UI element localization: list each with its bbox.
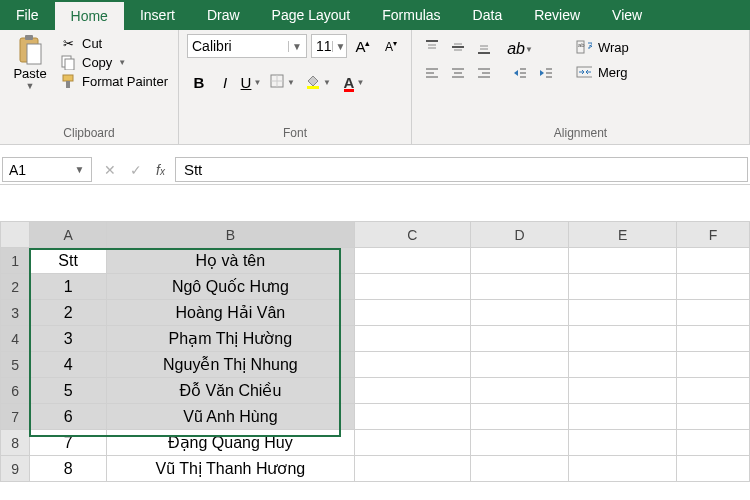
merge-button[interactable]: Merg: [574, 63, 631, 81]
tab-insert[interactable]: Insert: [124, 0, 191, 30]
tab-draw[interactable]: Draw: [191, 0, 256, 30]
tab-view[interactable]: View: [596, 0, 658, 30]
fill-color-button[interactable]: ▼: [301, 70, 335, 94]
cell[interactable]: [354, 274, 471, 300]
cell[interactable]: 5: [30, 378, 107, 404]
col-header-C[interactable]: C: [354, 222, 471, 248]
row-header[interactable]: 5: [1, 352, 30, 378]
cell[interactable]: Vũ Thị Thanh Hương: [107, 456, 355, 482]
cell[interactable]: [568, 248, 676, 274]
font-size-combo[interactable]: 11 ▼: [311, 34, 347, 58]
formula-input[interactable]: Stt: [175, 157, 748, 182]
cell[interactable]: [471, 248, 569, 274]
col-header-B[interactable]: B: [107, 222, 355, 248]
spreadsheet-grid[interactable]: A B C D E F 1SttHọ và tên 21Ngô Quốc Hưn…: [0, 221, 750, 482]
row-header[interactable]: 7: [1, 404, 30, 430]
align-bottom-button[interactable]: [472, 38, 496, 60]
cell[interactable]: [568, 378, 676, 404]
bold-button[interactable]: B: [187, 70, 211, 94]
cell[interactable]: Họ và tên: [107, 248, 355, 274]
tab-home[interactable]: Home: [55, 0, 124, 30]
col-header-A[interactable]: A: [30, 222, 107, 248]
wrap-text-button[interactable]: ab Wrap: [574, 38, 631, 56]
cell[interactable]: [471, 326, 569, 352]
row-header[interactable]: 9: [1, 456, 30, 482]
col-header-D[interactable]: D: [471, 222, 569, 248]
align-center-button[interactable]: [446, 64, 470, 86]
cell[interactable]: Đặng Quang Huy: [107, 430, 355, 456]
cell[interactable]: 3: [30, 326, 107, 352]
cell[interactable]: 4: [30, 352, 107, 378]
font-name-combo[interactable]: Calibri ▼: [187, 34, 307, 58]
name-box[interactable]: A1 ▼: [2, 157, 92, 182]
underline-button[interactable]: U▼: [239, 70, 263, 94]
increase-font-button[interactable]: A▴: [351, 34, 375, 58]
paste-button[interactable]: Paste ▼: [8, 34, 52, 91]
format-painter-button[interactable]: Format Painter: [58, 72, 170, 90]
cell[interactable]: [568, 404, 676, 430]
cell[interactable]: [677, 430, 750, 456]
cell[interactable]: 6: [30, 404, 107, 430]
cell[interactable]: [677, 404, 750, 430]
tab-file[interactable]: File: [0, 0, 55, 30]
orientation-button[interactable]: ab▼: [508, 38, 532, 60]
cell[interactable]: 2: [30, 300, 107, 326]
cell[interactable]: [568, 300, 676, 326]
decrease-indent-button[interactable]: [508, 64, 532, 86]
align-right-button[interactable]: [472, 64, 496, 86]
cell[interactable]: [677, 352, 750, 378]
cell[interactable]: [471, 430, 569, 456]
row-header[interactable]: 6: [1, 378, 30, 404]
cell[interactable]: [471, 300, 569, 326]
cell[interactable]: [471, 274, 569, 300]
cell[interactable]: [568, 456, 676, 482]
col-header-E[interactable]: E: [568, 222, 676, 248]
cell[interactable]: [568, 352, 676, 378]
cell[interactable]: 7: [30, 430, 107, 456]
align-middle-button[interactable]: [446, 38, 470, 60]
borders-button[interactable]: ▼: [265, 70, 299, 94]
cell[interactable]: [568, 274, 676, 300]
cut-button[interactable]: ✂ Cut: [58, 34, 170, 52]
row-header[interactable]: 8: [1, 430, 30, 456]
italic-button[interactable]: I: [213, 70, 237, 94]
cell[interactable]: [677, 378, 750, 404]
cell[interactable]: [677, 300, 750, 326]
tab-formulas[interactable]: Formulas: [366, 0, 456, 30]
cell[interactable]: Phạm Thị Hường: [107, 326, 355, 352]
cell[interactable]: [354, 430, 471, 456]
cell[interactable]: [471, 378, 569, 404]
cell[interactable]: Vũ Anh Hùng: [107, 404, 355, 430]
cell[interactable]: 8: [30, 456, 107, 482]
cell[interactable]: Đỗ Văn Chiều: [107, 378, 355, 404]
cell[interactable]: [677, 274, 750, 300]
align-left-button[interactable]: [420, 64, 444, 86]
copy-button[interactable]: Copy ▼: [58, 53, 170, 71]
cancel-formula-icon[interactable]: ✕: [104, 162, 116, 178]
decrease-font-button[interactable]: A▾: [379, 34, 403, 58]
cell[interactable]: [354, 300, 471, 326]
increase-indent-button[interactable]: [534, 64, 558, 86]
cell[interactable]: [354, 352, 471, 378]
tab-data[interactable]: Data: [457, 0, 519, 30]
cell[interactable]: [471, 352, 569, 378]
row-header[interactable]: 1: [1, 248, 30, 274]
align-top-button[interactable]: [420, 38, 444, 60]
cell[interactable]: [354, 456, 471, 482]
row-header[interactable]: 2: [1, 274, 30, 300]
cell[interactable]: [354, 378, 471, 404]
cell[interactable]: [354, 404, 471, 430]
cell[interactable]: Stt: [30, 248, 107, 274]
cell[interactable]: [471, 404, 569, 430]
cell[interactable]: Ngô Quốc Hưng: [107, 274, 355, 300]
cell[interactable]: Hoàng Hải Vân: [107, 300, 355, 326]
col-header-F[interactable]: F: [677, 222, 750, 248]
tab-page-layout[interactable]: Page Layout: [256, 0, 367, 30]
font-color-button[interactable]: A ▼: [337, 70, 371, 94]
enter-formula-icon[interactable]: ✓: [130, 162, 142, 178]
cell[interactable]: [677, 248, 750, 274]
cell[interactable]: [471, 456, 569, 482]
select-all-corner[interactable]: [1, 222, 30, 248]
cell[interactable]: [354, 326, 471, 352]
cell[interactable]: [677, 456, 750, 482]
